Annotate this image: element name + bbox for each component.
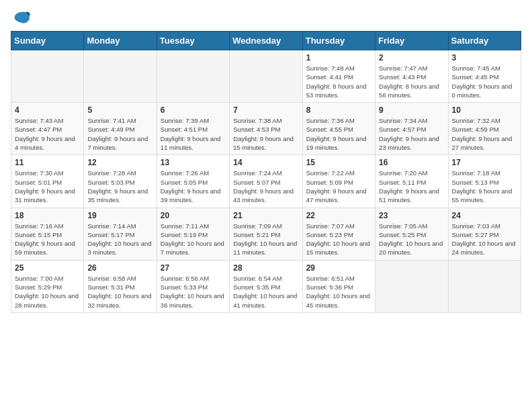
day-info: Sunrise: 6:58 AMSunset: 5:31 PMDaylight:…: [87, 274, 152, 310]
calendar-cell: 28Sunrise: 6:54 AMSunset: 5:35 PMDayligh…: [230, 260, 302, 312]
day-number: 17: [452, 158, 517, 167]
day-number: 20: [161, 211, 226, 220]
day-info: Sunrise: 7:11 AMSunset: 5:19 PMDaylight:…: [161, 222, 226, 257]
day-number: 14: [233, 158, 298, 167]
day-info: Sunrise: 7:30 AMSunset: 5:01 PMDaylight:…: [15, 169, 80, 204]
weekday-header: Wednesday: [230, 32, 302, 50]
logo: [11, 11, 31, 26]
day-number: 27: [161, 263, 226, 273]
day-number: 2: [379, 53, 444, 62]
day-info: Sunrise: 7:45 AMSunset: 4:45 PMDaylight:…: [452, 64, 517, 99]
day-info: Sunrise: 7:43 AMSunset: 4:47 PMDaylight:…: [15, 116, 80, 152]
day-number: 9: [379, 105, 444, 115]
day-info: Sunrise: 7:38 AMSunset: 4:53 PMDaylight:…: [233, 116, 298, 152]
day-info: Sunrise: 7:18 AMSunset: 5:13 PMDaylight:…: [452, 169, 517, 204]
calendar-cell: 23Sunrise: 7:05 AMSunset: 5:25 PMDayligh…: [375, 208, 448, 260]
calendar-cell: 20Sunrise: 7:11 AMSunset: 5:19 PMDayligh…: [157, 208, 229, 260]
logo-bird-icon: [12, 11, 31, 26]
day-number: 28: [233, 263, 298, 273]
calendar-week-row: 11Sunrise: 7:30 AMSunset: 5:01 PMDayligh…: [11, 155, 521, 208]
day-info: Sunrise: 6:51 AMSunset: 5:36 PMDaylight:…: [306, 274, 371, 310]
day-info: Sunrise: 7:09 AMSunset: 5:21 PMDaylight:…: [233, 222, 298, 257]
day-info: Sunrise: 7:41 AMSunset: 4:49 PMDaylight:…: [87, 116, 152, 152]
calendar-week-row: 18Sunrise: 7:16 AMSunset: 5:15 PMDayligh…: [11, 208, 521, 260]
weekday-header: Friday: [375, 32, 448, 50]
calendar-week-row: 25Sunrise: 7:00 AMSunset: 5:29 PMDayligh…: [11, 260, 521, 312]
calendar-cell: 22Sunrise: 7:07 AMSunset: 5:23 PMDayligh…: [302, 208, 375, 260]
day-number: 5: [87, 105, 152, 115]
calendar-cell: 17Sunrise: 7:18 AMSunset: 5:13 PMDayligh…: [448, 155, 521, 208]
calendar-cell: [448, 260, 521, 312]
calendar-cell: 1Sunrise: 7:48 AMSunset: 4:41 PMDaylight…: [302, 50, 375, 103]
calendar-cell: 7Sunrise: 7:38 AMSunset: 4:53 PMDaylight…: [230, 103, 302, 155]
day-info: Sunrise: 7:00 AMSunset: 5:29 PMDaylight:…: [15, 274, 80, 310]
calendar-cell: 25Sunrise: 7:00 AMSunset: 5:29 PMDayligh…: [11, 260, 84, 312]
day-info: Sunrise: 7:22 AMSunset: 5:09 PMDaylight:…: [306, 169, 371, 204]
calendar-cell: 5Sunrise: 7:41 AMSunset: 4:49 PMDaylight…: [84, 103, 157, 155]
day-info: Sunrise: 7:34 AMSunset: 4:57 PMDaylight:…: [379, 116, 444, 152]
day-number: 1: [306, 53, 371, 62]
day-info: Sunrise: 7:39 AMSunset: 4:51 PMDaylight:…: [161, 116, 226, 152]
day-number: 16: [379, 158, 444, 167]
day-number: 21: [233, 211, 298, 220]
calendar-week-row: 1Sunrise: 7:48 AMSunset: 4:41 PMDaylight…: [11, 50, 521, 103]
calendar-cell: 9Sunrise: 7:34 AMSunset: 4:57 PMDaylight…: [375, 103, 448, 155]
day-number: 23: [379, 211, 444, 220]
calendar-cell: 19Sunrise: 7:14 AMSunset: 5:17 PMDayligh…: [84, 208, 157, 260]
day-number: 26: [87, 263, 152, 273]
day-number: 19: [87, 211, 152, 220]
calendar-cell: 4Sunrise: 7:43 AMSunset: 4:47 PMDaylight…: [11, 103, 84, 155]
day-number: 4: [15, 105, 80, 115]
calendar-cell: [230, 50, 302, 103]
weekday-header: Saturday: [448, 32, 521, 50]
day-info: Sunrise: 7:28 AMSunset: 5:03 PMDaylight:…: [87, 169, 152, 204]
calendar-cell: [84, 50, 157, 103]
day-number: 8: [306, 105, 371, 115]
day-info: Sunrise: 7:20 AMSunset: 5:11 PMDaylight:…: [379, 169, 444, 204]
calendar-cell: 2Sunrise: 7:47 AMSunset: 4:43 PMDaylight…: [375, 50, 448, 103]
day-info: Sunrise: 7:16 AMSunset: 5:15 PMDaylight:…: [15, 222, 80, 257]
calendar-table: SundayMondayTuesdayWednesdayThursdayFrid…: [11, 31, 521, 313]
day-number: 18: [15, 211, 80, 220]
day-info: Sunrise: 7:26 AMSunset: 5:05 PMDaylight:…: [161, 169, 226, 204]
day-number: 22: [306, 211, 371, 220]
day-number: 7: [233, 105, 298, 115]
day-number: 11: [15, 158, 80, 167]
calendar-cell: 15Sunrise: 7:22 AMSunset: 5:09 PMDayligh…: [302, 155, 375, 208]
calendar-cell: 10Sunrise: 7:32 AMSunset: 4:59 PMDayligh…: [448, 103, 521, 155]
day-number: 15: [306, 158, 371, 167]
calendar-week-row: 4Sunrise: 7:43 AMSunset: 4:47 PMDaylight…: [11, 103, 521, 155]
day-info: Sunrise: 7:07 AMSunset: 5:23 PMDaylight:…: [306, 222, 371, 257]
day-number: 29: [306, 263, 371, 273]
calendar-cell: 3Sunrise: 7:45 AMSunset: 4:45 PMDaylight…: [448, 50, 521, 103]
day-number: 6: [161, 105, 226, 115]
day-info: Sunrise: 7:32 AMSunset: 4:59 PMDaylight:…: [452, 116, 517, 152]
calendar-cell: 12Sunrise: 7:28 AMSunset: 5:03 PMDayligh…: [84, 155, 157, 208]
calendar-cell: 8Sunrise: 7:36 AMSunset: 4:55 PMDaylight…: [302, 103, 375, 155]
calendar-cell: 13Sunrise: 7:26 AMSunset: 5:05 PMDayligh…: [157, 155, 229, 208]
calendar-cell: 27Sunrise: 6:56 AMSunset: 5:33 PMDayligh…: [157, 260, 229, 312]
day-info: Sunrise: 7:48 AMSunset: 4:41 PMDaylight:…: [306, 64, 371, 99]
weekday-header: Sunday: [11, 32, 84, 50]
calendar-cell: [157, 50, 229, 103]
calendar-cell: 29Sunrise: 6:51 AMSunset: 5:36 PMDayligh…: [302, 260, 375, 312]
calendar-cell: [375, 260, 448, 312]
calendar-cell: 6Sunrise: 7:39 AMSunset: 4:51 PMDaylight…: [157, 103, 229, 155]
page-header: [11, 11, 521, 26]
day-number: 10: [452, 105, 517, 115]
calendar-cell: 26Sunrise: 6:58 AMSunset: 5:31 PMDayligh…: [84, 260, 157, 312]
calendar-cell: 18Sunrise: 7:16 AMSunset: 5:15 PMDayligh…: [11, 208, 84, 260]
weekday-header: Monday: [84, 32, 157, 50]
day-info: Sunrise: 7:05 AMSunset: 5:25 PMDaylight:…: [379, 222, 444, 257]
day-number: 24: [452, 211, 517, 220]
day-number: 25: [15, 263, 80, 273]
day-info: Sunrise: 6:56 AMSunset: 5:33 PMDaylight:…: [161, 274, 226, 310]
day-number: 12: [87, 158, 152, 167]
weekday-header: Thursday: [302, 32, 375, 50]
calendar-header-row: SundayMondayTuesdayWednesdayThursdayFrid…: [11, 32, 521, 50]
weekday-header: Tuesday: [157, 32, 229, 50]
calendar-cell: 16Sunrise: 7:20 AMSunset: 5:11 PMDayligh…: [375, 155, 448, 208]
day-info: Sunrise: 7:24 AMSunset: 5:07 PMDaylight:…: [233, 169, 298, 204]
day-info: Sunrise: 7:14 AMSunset: 5:17 PMDaylight:…: [87, 222, 152, 257]
calendar-cell: 21Sunrise: 7:09 AMSunset: 5:21 PMDayligh…: [230, 208, 302, 260]
